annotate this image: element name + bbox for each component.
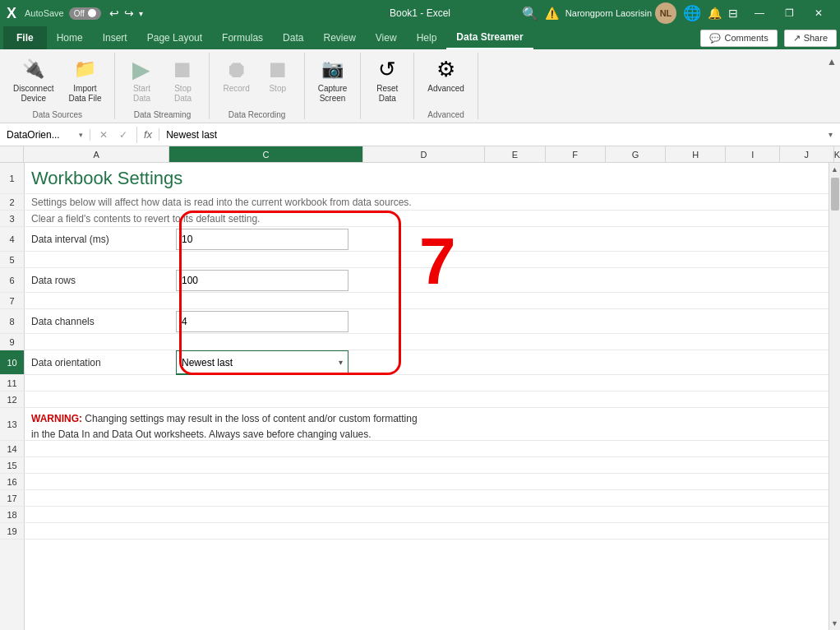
col-header-j[interactable]: J (780, 146, 834, 162)
warning-text: WARNING: Changing settings may result in… (31, 411, 418, 442)
start-data-label: StartData (133, 84, 150, 104)
minimize-button[interactable]: — (745, 0, 774, 26)
tab-home[interactable]: Home (47, 26, 93, 49)
col-header-i[interactable]: I (726, 146, 780, 162)
cell-10c[interactable]: Newest last ▾ (176, 350, 348, 375)
start-data-button[interactable]: ▶ StartData (122, 53, 161, 107)
col-header-k[interactable]: K (834, 146, 840, 162)
table-row: 15 (0, 457, 828, 474)
cell-14 (25, 441, 828, 457)
col-header-f[interactable]: F (546, 146, 606, 162)
row-num-18: 18 (0, 507, 25, 523)
data-channels-input[interactable] (176, 311, 348, 332)
formula-expand[interactable]: ▾ (820, 130, 840, 139)
cell-15 (25, 457, 828, 474)
username: Narongporn Laosrisin (565, 8, 652, 18)
row-num-19: 19 (0, 523, 25, 540)
user-info: Narongporn Laosrisin NL (565, 2, 676, 24)
row-num-2: 2 (0, 194, 25, 211)
col-header-d[interactable]: D (363, 146, 486, 162)
autosave-toggle[interactable]: Off (69, 7, 101, 20)
col-header-c[interactable]: C (169, 146, 362, 162)
share-network-icon[interactable]: 🌐 (683, 4, 701, 22)
stop-recording-label: Stop (269, 84, 286, 94)
tab-data-streamer[interactable]: Data Streamer (446, 26, 533, 49)
cell-4c[interactable] (176, 227, 348, 252)
ribbon-collapse[interactable]: ▲ (824, 53, 840, 119)
cell-6rest (348, 268, 828, 293)
tab-review[interactable]: Review (313, 26, 365, 49)
stop-data-button[interactable]: ⏹ StopData (163, 53, 202, 107)
col-header-a[interactable]: A (24, 146, 169, 162)
alert-icon: ⚠️ (545, 7, 559, 20)
col-header-h[interactable]: H (666, 146, 726, 162)
undo-icon[interactable]: ↩ (109, 7, 119, 20)
row-num-8: 8 (0, 309, 25, 334)
advanced-icon: ⚙ (433, 56, 459, 82)
data-interval-input[interactable] (176, 229, 348, 250)
bell-icon[interactable]: 🔔 (708, 7, 722, 20)
quick-access-dropdown[interactable]: ▾ (139, 9, 143, 18)
capture-label: CaptureScreen (318, 84, 348, 104)
cell-4a: Data interval (ms) (25, 227, 176, 252)
close-button[interactable]: ✕ (804, 0, 833, 26)
import-data-file-button[interactable]: 📁 ImportData File (62, 53, 108, 107)
row-num-14: 14 (0, 441, 25, 457)
stop-recording-button[interactable]: ⏹ Stop (258, 53, 298, 97)
name-box[interactable]: DataOrien... ▾ (0, 129, 90, 141)
tab-formulas[interactable]: Formulas (212, 26, 273, 49)
cell-3a[interactable]: Clear a field's contents to revert to it… (25, 211, 828, 227)
import-label: ImportData File (68, 84, 101, 104)
advanced-button[interactable]: ⚙ Advanced (421, 53, 470, 97)
tab-view[interactable]: View (366, 26, 407, 49)
row-num-1: 1 (0, 163, 25, 194)
col-header-e[interactable]: E (485, 146, 545, 162)
reset-label: ResetData (376, 84, 398, 104)
cell-6c[interactable] (176, 268, 348, 293)
cell-5 (25, 252, 828, 268)
orientation-select[interactable]: Newest last ▾ (177, 355, 348, 370)
name-box-dropdown[interactable]: ▾ (79, 131, 83, 139)
expand-icon: ▾ (828, 130, 833, 139)
tab-page-layout[interactable]: Page Layout (137, 26, 212, 49)
formula-cancel-button[interactable]: ✕ (95, 127, 112, 143)
tab-insert[interactable]: Insert (93, 26, 137, 49)
formula-input[interactable]: Newest last (159, 129, 820, 141)
scroll-thumb[interactable] (831, 178, 839, 211)
scroll-down-button[interactable]: ▼ (829, 617, 840, 630)
share-button[interactable]: ↗ Share (784, 30, 837, 47)
tab-help[interactable]: Help (407, 26, 447, 49)
column-headers: A C D E F G H I J K (0, 146, 840, 163)
tab-data[interactable]: Data (273, 26, 313, 49)
cell-2a[interactable]: Settings below will affect how data is r… (25, 194, 828, 211)
tab-file[interactable]: File (3, 26, 47, 49)
maximize-button[interactable]: ❐ (774, 0, 804, 26)
stop-data-icon: ⏹ (169, 56, 196, 82)
table-row: 14 (0, 441, 828, 457)
ribbon-group-content-streaming: ▶ StartData ⏹ StopData (122, 53, 202, 107)
capture-screen-button[interactable]: 📷 CaptureScreen (312, 53, 354, 107)
comments-button[interactable]: 💬 Comments (700, 30, 777, 47)
table-row: 19 (0, 523, 828, 540)
empty-rows (0, 540, 828, 630)
col-header-g[interactable]: G (606, 146, 666, 162)
redo-icon[interactable]: ↪ (124, 7, 134, 20)
cell-1a[interactable]: Workbook Settings (25, 163, 828, 194)
vertical-scrollbar[interactable]: ▲ ▼ (828, 163, 840, 630)
formula-confirm-button[interactable]: ✓ (115, 127, 132, 143)
recording-group-label: Data Recording (228, 109, 285, 119)
record-data-button[interactable]: ⏺ Record (216, 53, 256, 97)
disconnect-device-button[interactable]: 🔌 DisconnectDevice (7, 53, 60, 107)
reset-data-button[interactable]: ↺ ResetData (367, 53, 407, 107)
formula-bar: DataOrien... ▾ ✕ ✓ fx Newest last ▾ (0, 123, 840, 146)
avatar: NL (655, 2, 676, 24)
window-title: Book1 - Excel (390, 7, 450, 19)
ribbon-toggle-icon[interactable]: ⊟ (728, 7, 738, 20)
search-icon[interactable]: 🔍 (522, 6, 538, 21)
table-row: 12 (0, 391, 828, 408)
reset-icon: ↺ (374, 56, 400, 82)
data-rows-input[interactable] (176, 270, 348, 291)
row-num-4: 4 (0, 227, 25, 252)
scroll-up-button[interactable]: ▲ (829, 163, 840, 176)
cell-8c[interactable] (176, 309, 348, 334)
